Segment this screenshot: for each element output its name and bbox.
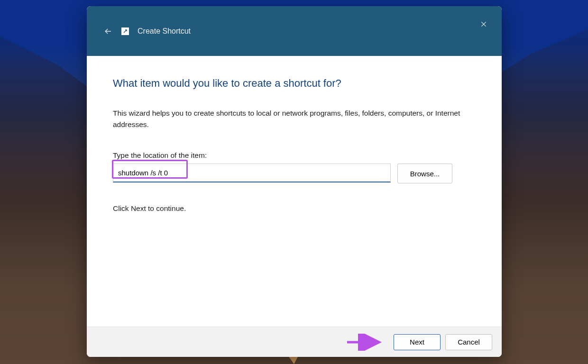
back-arrow-icon[interactable] — [103, 27, 113, 36]
close-icon[interactable] — [478, 18, 489, 30]
location-label: Type the location of the item: — [113, 151, 476, 160]
dialog-title: Create Shortcut — [138, 27, 191, 36]
browse-button[interactable]: Browse... — [397, 164, 452, 183]
create-shortcut-dialog: Create Shortcut What item would you like… — [87, 6, 502, 357]
dialog-titlebar: Create Shortcut — [87, 6, 502, 56]
dialog-footer: Next Cancel — [87, 327, 502, 357]
location-input[interactable] — [113, 164, 391, 182]
dialog-headline: What item would you like to create a sho… — [113, 77, 476, 90]
annotation-arrow-icon — [345, 334, 388, 351]
continue-hint: Click Next to continue. — [113, 204, 476, 213]
next-button[interactable]: Next — [394, 334, 441, 350]
dialog-content: What item would you like to create a sho… — [87, 56, 502, 327]
shortcut-file-icon — [121, 27, 129, 35]
cancel-button[interactable]: Cancel — [445, 334, 492, 350]
dialog-description: This wizard helps you to create shortcut… — [113, 108, 473, 130]
